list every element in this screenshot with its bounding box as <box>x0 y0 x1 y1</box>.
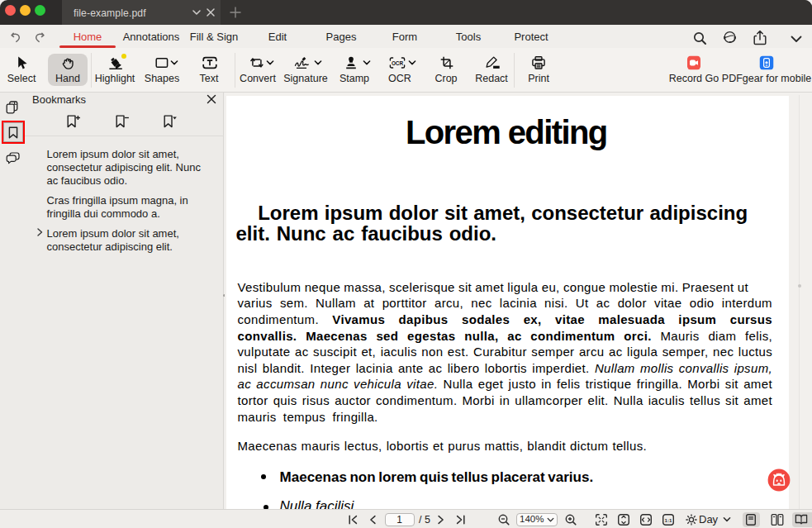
svg-text:OCR: OCR <box>391 59 403 65</box>
svg-text:1:1: 1:1 <box>665 516 673 522</box>
